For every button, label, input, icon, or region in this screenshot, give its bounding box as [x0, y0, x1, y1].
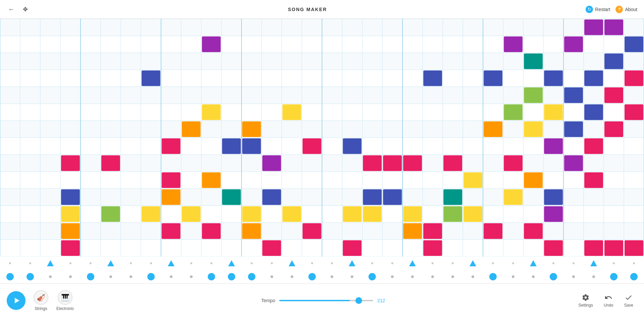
- electronic-icon: 🎹: [58, 290, 72, 305]
- undo-button[interactable]: Undo: [600, 291, 617, 310]
- perc-triangle-inactive: [210, 262, 212, 264]
- perc-dot-active: [489, 273, 497, 280]
- perc-dot-active: [610, 273, 617, 280]
- perc-dot-cell[interactable]: [81, 273, 101, 280]
- perc-triangle-cell[interactable]: [161, 260, 181, 266]
- perc-dot-cell[interactable]: [141, 273, 161, 280]
- perc-dot-cell[interactable]: [0, 273, 20, 280]
- perc-dot-cell[interactable]: [262, 275, 282, 278]
- perc-triangle-cell[interactable]: [584, 260, 604, 266]
- restart-button[interactable]: ↻ Restart: [586, 6, 610, 13]
- perc-triangle-inactive: [311, 262, 313, 264]
- perc-triangle-cell[interactable]: [463, 260, 483, 266]
- perc-triangle-cell[interactable]: [322, 262, 342, 264]
- move-button[interactable]: ✥: [21, 4, 29, 14]
- perc-dot-cell[interactable]: [362, 273, 382, 280]
- settings-button[interactable]: Settings: [575, 291, 597, 310]
- perc-triangle-cell[interactable]: [101, 260, 121, 266]
- perc-triangle-cell[interactable]: [624, 262, 644, 264]
- electronic-button[interactable]: 🎹 Electronic: [56, 290, 74, 311]
- perc-dot-cell[interactable]: [282, 275, 302, 278]
- play-button[interactable]: [7, 291, 26, 310]
- perc-dot-cell[interactable]: [483, 273, 503, 280]
- perc-triangle-cell[interactable]: [282, 260, 302, 266]
- svg-marker-0: [15, 298, 19, 303]
- perc-triangle-cell[interactable]: [141, 262, 161, 264]
- percussion-row-triangles: [0, 257, 644, 270]
- perc-triangle-cell[interactable]: [40, 260, 60, 266]
- perc-dot-cell[interactable]: [463, 275, 483, 278]
- perc-triangle-cell[interactable]: [563, 262, 584, 264]
- perc-dot-cell[interactable]: [302, 273, 322, 280]
- perc-dot-cell[interactable]: [322, 275, 342, 278]
- perc-dot-cell[interactable]: [402, 275, 423, 278]
- perc-triangle-cell[interactable]: [423, 262, 443, 264]
- perc-dot-active: [147, 273, 155, 280]
- perc-triangle-inactive: [271, 262, 273, 264]
- perc-dot-cell[interactable]: [201, 273, 221, 280]
- perc-triangle-cell[interactable]: [181, 262, 201, 264]
- perc-triangle-cell[interactable]: [0, 262, 20, 264]
- tempo-label: Tempo: [261, 298, 275, 303]
- perc-dot-cell[interactable]: [121, 275, 141, 278]
- perc-triangle-cell[interactable]: [443, 262, 463, 264]
- perc-triangle-inactive: [130, 262, 132, 264]
- perc-dot-cell[interactable]: [604, 273, 624, 280]
- undo-label: Undo: [604, 303, 613, 308]
- perc-triangle-cell[interactable]: [20, 262, 40, 264]
- perc-triangle-cell[interactable]: [121, 262, 141, 264]
- perc-triangle-inactive: [69, 262, 71, 264]
- perc-triangle-active: [590, 260, 597, 266]
- perc-triangle-cell[interactable]: [523, 260, 543, 266]
- perc-dot-cell[interactable]: [563, 275, 584, 278]
- perc-dot-cell[interactable]: [242, 273, 262, 280]
- perc-dot-cell[interactable]: [503, 275, 523, 278]
- perc-triangle-cell[interactable]: [60, 262, 81, 264]
- perc-dot-cell[interactable]: [584, 275, 604, 278]
- back-button[interactable]: ←: [7, 4, 16, 14]
- perc-triangle-cell[interactable]: [242, 262, 262, 264]
- perc-triangle-cell[interactable]: [402, 260, 423, 266]
- perc-dot-cell[interactable]: [161, 275, 181, 278]
- perc-triangle-active: [409, 260, 416, 266]
- about-button[interactable]: ? About: [615, 6, 637, 13]
- perc-triangle-cell[interactable]: [604, 262, 624, 264]
- perc-dot-cell[interactable]: [423, 275, 443, 278]
- perc-dot-cell[interactable]: [101, 275, 121, 278]
- save-button[interactable]: Save: [620, 291, 637, 310]
- perc-triangle-cell[interactable]: [362, 262, 382, 264]
- note-grid[interactable]: [0, 19, 644, 257]
- perc-dot-cell[interactable]: [40, 275, 60, 278]
- perc-triangle-cell[interactable]: [543, 262, 563, 264]
- play-icon: [13, 297, 21, 305]
- perc-dot-cell[interactable]: [624, 273, 644, 280]
- perc-triangle-active: [228, 260, 235, 266]
- perc-triangle-cell[interactable]: [483, 262, 503, 264]
- perc-dot-cell[interactable]: [543, 273, 563, 280]
- perc-triangle-cell[interactable]: [262, 262, 282, 264]
- perc-triangle-cell[interactable]: [302, 262, 322, 264]
- perc-dot-inactive: [49, 275, 52, 278]
- perc-dot-inactive: [170, 275, 172, 278]
- perc-triangle-cell[interactable]: [342, 260, 362, 266]
- perc-triangle-cell[interactable]: [221, 260, 242, 266]
- strings-button[interactable]: 🎻 Strings: [34, 290, 48, 311]
- perc-triangle-cell[interactable]: [81, 262, 101, 264]
- perc-dot-cell[interactable]: [181, 275, 201, 278]
- perc-dot-inactive: [472, 275, 474, 278]
- perc-triangle-inactive: [452, 262, 454, 264]
- tempo-value: 212: [377, 298, 387, 303]
- tempo-slider[interactable]: [279, 300, 373, 301]
- perc-dot-cell[interactable]: [443, 275, 463, 278]
- undo-icon: [604, 293, 612, 302]
- perc-dot-cell[interactable]: [342, 275, 362, 278]
- perc-dot-cell[interactable]: [20, 273, 40, 280]
- perc-dot-cell[interactable]: [523, 275, 543, 278]
- perc-triangle-cell[interactable]: [201, 262, 221, 264]
- perc-triangle-cell[interactable]: [382, 262, 402, 264]
- perc-triangle-inactive: [150, 262, 152, 264]
- perc-dot-cell[interactable]: [221, 273, 242, 280]
- perc-dot-cell[interactable]: [382, 275, 402, 278]
- perc-triangle-cell[interactable]: [503, 262, 523, 264]
- perc-dot-cell[interactable]: [60, 275, 81, 278]
